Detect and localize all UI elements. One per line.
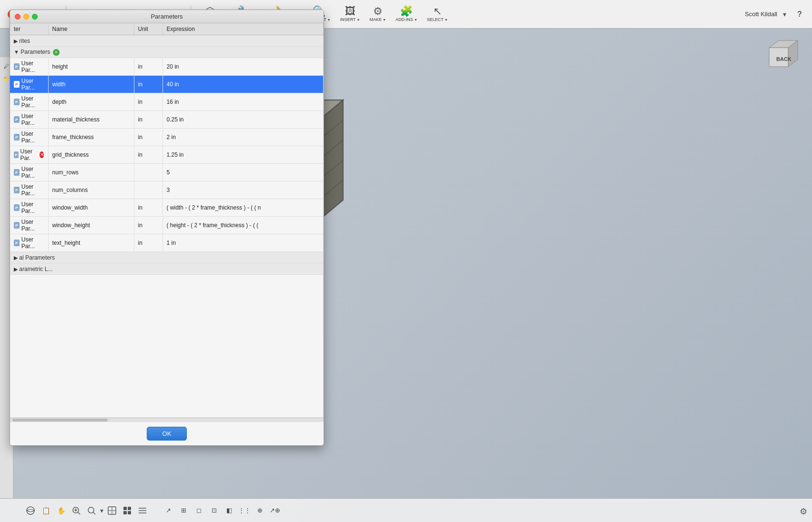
type-icon-height: P: [14, 63, 20, 70]
dialog-footer: OK: [10, 422, 324, 445]
group-al-params[interactable]: ▶ al Parameters: [10, 252, 324, 263]
dialog-titlebar: Parameters: [10, 10, 324, 23]
row-name-mat-thick[interactable]: material_thickness: [48, 111, 134, 129]
minimize-button[interactable]: [23, 14, 29, 20]
group-user-params-text: Parameters: [20, 49, 50, 55]
type-icon-grid-thick: P: [14, 151, 19, 158]
row-name-grid-thick[interactable]: grid_thickness: [48, 146, 134, 164]
row-expr-grid-thick[interactable]: 1.25 in: [162, 146, 324, 164]
scrollbar-thumb[interactable]: [12, 419, 108, 422]
row-expr-num-rows[interactable]: 5: [162, 164, 324, 181]
dialog-overlay: Parameters ter Name Unit Expression: [0, 0, 812, 522]
table-header-row: ter Name Unit Expression: [10, 23, 324, 35]
row-unit-height: in: [134, 58, 162, 76]
col-header-expression: Expression: [162, 23, 324, 35]
group-user-params[interactable]: ▼ Parameters +: [10, 47, 324, 58]
empty-space-row: [10, 275, 324, 418]
row-type-frame-thick: P User Par...: [10, 129, 48, 146]
row-name-width[interactable]: width: [48, 76, 134, 93]
type-icon-text-h: P: [14, 240, 20, 246]
row-unit-win-w: in: [134, 199, 162, 217]
table-row[interactable]: P User Par... frame_thickness in 2 in: [10, 129, 324, 146]
row-name-num-cols[interactable]: num_columns: [48, 181, 134, 199]
group-user-params-label: ▼ Parameters +: [10, 47, 324, 58]
row-unit-win-h: in: [134, 217, 162, 234]
row-unit-mat-thick: in: [134, 111, 162, 129]
table-row[interactable]: P User Par... window_width in ( width - …: [10, 199, 324, 217]
parameters-dialog: Parameters ter Name Unit Expression: [10, 10, 324, 446]
row-expr-text-h[interactable]: 1 in: [162, 234, 324, 252]
horizontal-scrollbar[interactable]: [10, 418, 324, 422]
group-parametric[interactable]: ▶ arametric L...: [10, 263, 324, 275]
table-row[interactable]: P User Par... depth in 16 in: [10, 93, 324, 111]
table-row[interactable]: P User Par... num_columns 3: [10, 181, 324, 199]
row-expr-width[interactable]: 40 in: [162, 76, 324, 93]
type-icon-width: P: [14, 81, 20, 88]
table-row[interactable]: P User Par... text_height in 1 in: [10, 234, 324, 252]
error-icon-grid-thick: ✕: [40, 151, 44, 158]
row-unit-frame-thick: in: [134, 129, 162, 146]
row-type-width: P User Par...: [10, 76, 48, 93]
table-row-selected[interactable]: P User Par... width in 40 in: [10, 76, 324, 93]
type-icon-num-cols: P: [14, 187, 20, 193]
type-icon-win-h: P: [14, 222, 20, 229]
dialog-title: Parameters: [151, 13, 183, 20]
row-name-height[interactable]: height: [48, 58, 134, 76]
group-favourites: ▶ rites: [10, 35, 324, 47]
row-unit-num-rows: [134, 164, 162, 181]
row-expr-num-cols[interactable]: 3: [162, 181, 324, 199]
parameters-table: ter Name Unit Expression ▶ rites: [10, 23, 324, 418]
row-type-win-w: P User Par...: [10, 199, 48, 217]
row-type-text-h: P User Par...: [10, 234, 48, 252]
row-name-frame-thick[interactable]: frame_thickness: [48, 129, 134, 146]
type-icon-win-w: P: [14, 204, 20, 211]
row-expr-win-h[interactable]: ( height - ( 2 * frame_thickness ) - ( (: [162, 217, 324, 234]
col-header-name: Name: [48, 23, 134, 35]
row-unit-text-h: in: [134, 234, 162, 252]
row-type-depth: P User Par...: [10, 93, 48, 111]
row-unit-width: in: [134, 76, 162, 93]
row-expr-frame-thick[interactable]: 2 in: [162, 129, 324, 146]
row-type-grid-thick: P User Par. ✕: [10, 146, 48, 164]
table-row[interactable]: P User Par... height in 20 in: [10, 58, 324, 76]
row-expr-mat-thick[interactable]: 0.25 in: [162, 111, 324, 129]
type-icon-frame-thick: P: [14, 134, 20, 141]
row-expr-depth[interactable]: 16 in: [162, 93, 324, 111]
row-name-win-h[interactable]: window_height: [48, 217, 134, 234]
group-favourites-label: ▶ rites: [10, 35, 324, 47]
row-type-num-cols: P User Par...: [10, 181, 48, 199]
row-name-text-h[interactable]: text_height: [48, 234, 134, 252]
row-type-num-rows: P User Par...: [10, 164, 48, 181]
row-type-win-h: P User Par...: [10, 217, 48, 234]
row-unit-depth: in: [134, 93, 162, 111]
row-name-depth[interactable]: depth: [48, 93, 134, 111]
ok-button[interactable]: OK: [147, 427, 187, 441]
row-unit-num-cols: [134, 181, 162, 199]
group-parametric-label: ▶ arametric L...: [10, 263, 324, 275]
row-name-num-rows[interactable]: num_rows: [48, 164, 134, 181]
col-header-unit: Unit: [134, 23, 162, 35]
row-expr-win-w[interactable]: ( width - ( 2 * frame_thickness ) - ( ( …: [162, 199, 324, 217]
row-type-mat-thick: P User Par...: [10, 111, 48, 129]
row-unit-grid-thick: in: [134, 146, 162, 164]
table-row[interactable]: P User Par... window_height in ( height …: [10, 217, 324, 234]
window-controls: [15, 14, 38, 20]
row-expr-height[interactable]: 20 in: [162, 58, 324, 76]
table-row[interactable]: P User Par... num_rows 5: [10, 164, 324, 181]
type-icon-num-rows: P: [14, 169, 20, 176]
table-row[interactable]: P User Par. ✕ grid_thickness in 1.25 in: [10, 146, 324, 164]
col-header-type: ter: [10, 23, 48, 35]
type-icon-depth: P: [14, 99, 20, 105]
group-al-params-label: ▶ al Parameters: [10, 252, 324, 263]
row-name-win-w[interactable]: window_width: [48, 199, 134, 217]
add-parameter-icon[interactable]: +: [53, 49, 60, 56]
type-icon-mat-thick: P: [14, 116, 20, 123]
table-row[interactable]: P User Par... material_thickness in 0.25…: [10, 111, 324, 129]
row-type-height: P User Par...: [10, 58, 48, 76]
close-button[interactable]: [15, 14, 20, 20]
maximize-button[interactable]: [32, 14, 38, 20]
dialog-content: ter Name Unit Expression ▶ rites: [10, 23, 324, 418]
